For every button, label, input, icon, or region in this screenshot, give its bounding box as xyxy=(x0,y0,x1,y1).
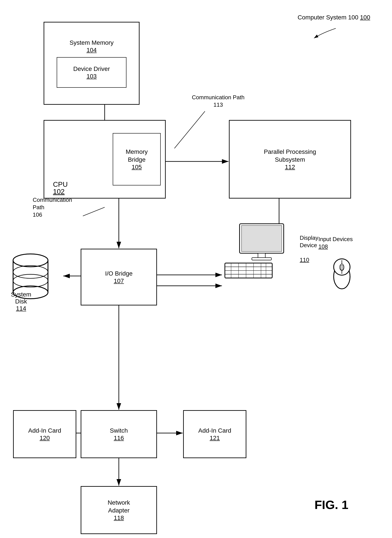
svg-rect-20 xyxy=(252,258,271,260)
memory-bridge-num: 105 xyxy=(132,164,142,171)
system-disk-label: SystemDisk xyxy=(11,291,31,305)
svg-rect-35 xyxy=(341,265,343,270)
input-devices-label: Input Devices 108 xyxy=(318,236,353,250)
fig-label: FIG. 1 xyxy=(314,498,348,512)
parallel-processing-box: Parallel Processing Subsystem 112 xyxy=(229,120,351,198)
switch-label: Switch xyxy=(110,427,128,434)
mouse-area xyxy=(331,257,357,292)
monitor-icon xyxy=(235,222,288,262)
system-disk-area: SystemDisk 114 xyxy=(9,249,61,310)
io-bridge-box: I/O Bridge 107 xyxy=(81,249,157,305)
comm-path-113-label: Communication Path 113 xyxy=(192,94,244,109)
network-adapter-num: 118 xyxy=(114,514,124,521)
io-bridge-num: 107 xyxy=(114,278,124,284)
mouse-icon xyxy=(331,257,353,290)
network-adapter-box: Network Adapter 118 xyxy=(81,486,157,534)
comm-path-106-label: Communication Path 106 xyxy=(33,196,72,218)
switch-num: 116 xyxy=(114,434,124,442)
memory-bridge-box: Memory Bridge 105 xyxy=(113,133,161,185)
add-in-card-121-box: Add-In Card 121 xyxy=(183,410,246,458)
add-in-card-121-label: Add-In Card xyxy=(198,427,231,434)
cpu-box: CPU 102 Memory Bridge 105 xyxy=(44,120,166,198)
add-in-card-120-num: 120 xyxy=(40,434,50,442)
system-memory-num: 104 xyxy=(87,47,97,54)
device-driver-label: Device Driver xyxy=(73,65,110,73)
cpu-num: 102 xyxy=(53,188,65,196)
add-in-card-120-label: Add-In Card xyxy=(28,427,61,434)
pps-num: 112 xyxy=(285,164,295,171)
svg-point-37 xyxy=(13,254,48,267)
add-in-card-121-num: 121 xyxy=(210,434,220,442)
pps-label: Parallel Processing Subsystem xyxy=(264,148,316,164)
add-in-card-120-box: Add-In Card 120 xyxy=(13,410,76,458)
svg-rect-18 xyxy=(242,226,282,251)
keyboard-area xyxy=(222,262,283,284)
device-driver-num: 103 xyxy=(87,73,97,80)
network-adapter-label: Network Adapter xyxy=(108,499,130,515)
system-memory-label: System Memory xyxy=(70,39,114,47)
switch-box: Switch 116 xyxy=(81,410,157,458)
svg-line-6 xyxy=(174,111,205,148)
svg-line-8 xyxy=(83,207,105,216)
keyboard-icon xyxy=(222,262,275,279)
memory-bridge-label: Memory Bridge xyxy=(126,148,148,164)
system-disk-num: 114 xyxy=(16,305,26,312)
diagram: Computer System 100 100 System Memory 10… xyxy=(0,0,392,538)
device-driver-box: Device Driver 103 xyxy=(57,57,126,88)
computer-system-label: Computer System 100 100 xyxy=(298,13,370,22)
display-device-label: DisplayDevice 110 xyxy=(300,227,318,264)
system-memory-box: System Memory 104 Device Driver 103 xyxy=(44,22,140,105)
io-bridge-label: I/O Bridge xyxy=(105,270,133,278)
